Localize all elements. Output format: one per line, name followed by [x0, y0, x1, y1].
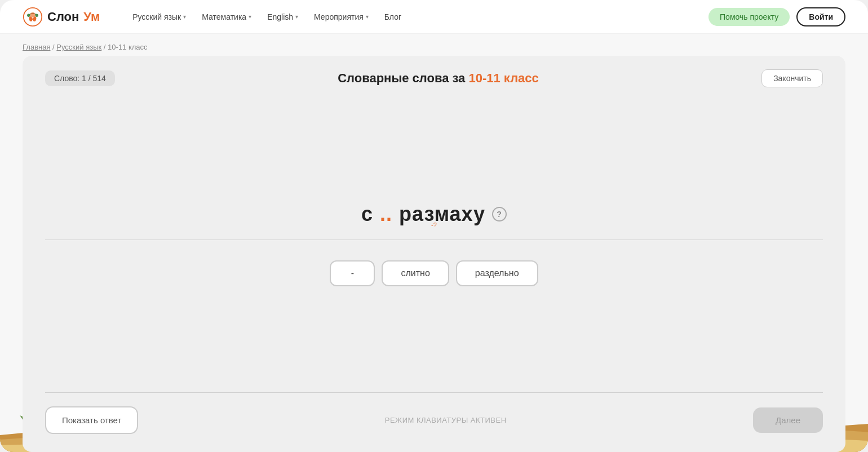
- logo-icon: [23, 7, 43, 27]
- logo-text-um: Ум: [83, 10, 100, 24]
- word-prefix: с: [361, 202, 373, 226]
- keyboard-status: РЕЖИМ КЛАВИАТУРЫ АКТИВЕН: [385, 416, 507, 424]
- chevron-down-icon: ▾: [249, 14, 251, 20]
- breadcrumb-subject[interactable]: Русский язык: [56, 43, 101, 51]
- nav-item-english[interactable]: English ▾: [262, 9, 304, 25]
- word-suffix: размаху: [399, 202, 485, 226]
- main-content: Главная / Русский язык / 10-11 класс Сло…: [0, 34, 868, 452]
- login-button[interactable]: Войти: [796, 7, 845, 26]
- exercise-card: Слово: 1 / 514 Словарные слова за 10-11 …: [23, 56, 845, 452]
- word-area: с..размаху ? -? - слитно раздельно: [45, 96, 823, 392]
- nav-item-events[interactable]: Мероприятия ▾: [308, 9, 374, 25]
- help-icon[interactable]: ?: [492, 207, 507, 221]
- answer-buttons: - слитно раздельно: [330, 260, 538, 286]
- answer-separate-button[interactable]: раздельно: [456, 260, 538, 286]
- help-project-button[interactable]: Помочь проекту: [708, 8, 790, 26]
- chevron-down-icon: ▾: [183, 14, 186, 20]
- bottom-row: Показать ответ РЕЖИМ КЛАВИАТУРЫ АКТИВЕН …: [45, 406, 823, 434]
- bottom-divider: [45, 392, 823, 393]
- breadcrumb: Главная / Русский язык / 10-11 класс: [0, 34, 868, 56]
- next-button[interactable]: Далее: [753, 407, 823, 433]
- show-answer-button[interactable]: Показать ответ: [45, 406, 138, 434]
- word-counter: Слово: 1 / 514: [45, 70, 115, 86]
- logo-text-slon: Слон: [47, 10, 79, 24]
- bottom-section: Показать ответ РЕЖИМ КЛАВИАТУРЫ АКТИВЕН …: [45, 392, 823, 434]
- word-container: с..размаху ? -?: [361, 202, 507, 228]
- nav-item-russian[interactable]: Русский язык ▾: [127, 9, 192, 25]
- breadcrumb-current: 10-11 класс: [108, 43, 148, 51]
- logo[interactable]: СлонУм: [23, 7, 100, 27]
- svg-point-4: [36, 14, 38, 16]
- nav-item-blog[interactable]: Блог: [379, 9, 407, 25]
- word-dots: ..: [380, 202, 392, 226]
- word-display: с..размаху ?: [361, 202, 507, 226]
- word-divider: [45, 240, 823, 240]
- breadcrumb-home[interactable]: Главная: [23, 43, 50, 51]
- finish-button[interactable]: Закончить: [761, 69, 823, 87]
- header: СлонУм Русский язык ▾ Математика ▾ Engli…: [0, 0, 868, 34]
- answer-dash-button[interactable]: -: [330, 260, 375, 286]
- answer-together-button[interactable]: слитно: [382, 260, 449, 286]
- chevron-down-icon: ▾: [295, 14, 298, 20]
- main-nav: Русский язык ▾ Математика ▾ English ▾ Ме…: [127, 9, 690, 25]
- nav-item-math[interactable]: Математика ▾: [196, 9, 257, 25]
- card-header: Слово: 1 / 514 Словарные слова за 10-11 …: [45, 69, 823, 87]
- nav-right: Помочь проекту Войти: [708, 7, 845, 26]
- svg-point-3: [27, 14, 30, 16]
- card-title: Словарные слова за 10-11 класс: [115, 71, 761, 86]
- chevron-down-icon: ▾: [366, 14, 369, 20]
